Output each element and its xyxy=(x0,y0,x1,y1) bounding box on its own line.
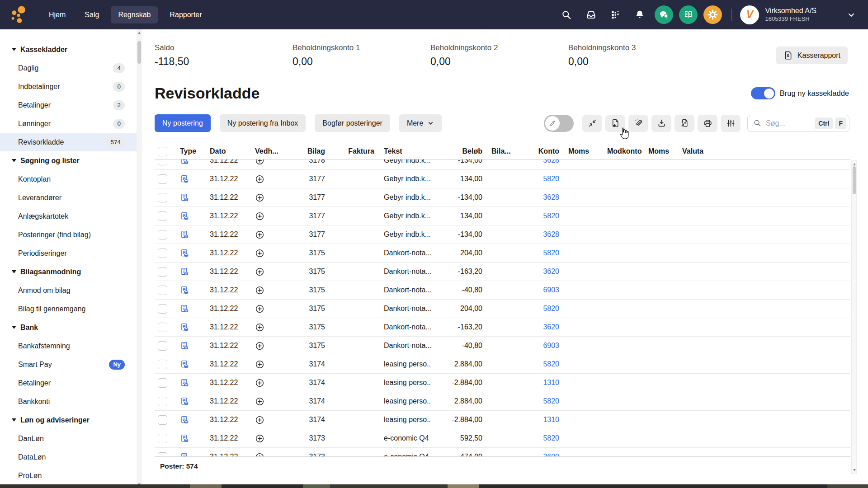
checkbox[interactable] xyxy=(158,174,167,184)
checkbox[interactable] xyxy=(158,415,167,425)
row-select-checkbox[interactable] xyxy=(155,286,175,295)
attach-paperclip-icon[interactable] xyxy=(628,115,648,132)
row-select-checkbox[interactable] xyxy=(155,378,175,388)
row-select-checkbox[interactable] xyxy=(155,452,175,457)
account-link[interactable]: 5820 xyxy=(537,305,561,313)
nav-hjem[interactable]: Hjem xyxy=(42,6,73,23)
row-select-checkbox[interactable] xyxy=(155,230,175,239)
checkbox[interactable] xyxy=(158,323,167,332)
table-row[interactable]: 31.12.223177Gebyr indb.k...-134,003628 xyxy=(155,188,850,207)
checkbox[interactable] xyxy=(158,397,167,406)
export-document-icon[interactable] xyxy=(675,115,694,132)
account-link[interactable]: 5820 xyxy=(537,175,561,183)
checkbox[interactable] xyxy=(158,230,167,239)
account-link[interactable]: 3628 xyxy=(537,193,561,202)
new-cashbook-toggle[interactable] xyxy=(751,87,775,99)
account-link[interactable]: 3620 xyxy=(537,323,561,331)
sidebar-item-smart-pay[interactable]: Smart PayNy xyxy=(0,355,137,374)
add-attachment-icon[interactable] xyxy=(245,174,299,184)
add-attachment-icon[interactable] xyxy=(245,286,299,295)
sidebar-item-betalinger[interactable]: Betalinger2 xyxy=(0,96,137,114)
company-avatar[interactable]: V xyxy=(740,5,759,24)
row-select-checkbox[interactable] xyxy=(155,415,175,425)
table-row[interactable]: 31.12.223178Gebyr indb.k...-134,003628 xyxy=(155,160,850,170)
account-link[interactable]: 3628 xyxy=(537,230,561,239)
more-button[interactable]: Mere xyxy=(399,114,442,132)
table-row[interactable]: 31.12.223174leasing perso...-2.884,00131… xyxy=(155,374,850,392)
add-attachment-icon[interactable] xyxy=(245,415,299,425)
download-icon[interactable] xyxy=(651,115,671,132)
table-row[interactable]: 31.12.223175Dankort-nota...-40,806903 xyxy=(155,337,850,355)
sidebar-group-bilagsanmodning[interactable]: Bilagsanmodning xyxy=(0,263,137,281)
notifications-bell-icon[interactable] xyxy=(631,6,649,24)
add-attachment-icon[interactable] xyxy=(245,360,299,369)
sidebar-item-l-nninger[interactable]: Lønninger0 xyxy=(0,114,137,133)
add-attachment-icon[interactable] xyxy=(245,249,299,258)
support-chat-icon[interactable] xyxy=(655,5,673,24)
row-select-checkbox[interactable] xyxy=(155,434,175,443)
add-attachment-icon[interactable] xyxy=(245,211,299,221)
sidebar-item-daglig[interactable]: Daglig4 xyxy=(0,59,137,77)
company-info[interactable]: Virksomhed A/S 1605339 FRESH xyxy=(765,6,816,23)
table-row[interactable]: 31.12.223174leasing perso...-2.884,00131… xyxy=(155,411,850,429)
add-attachment-icon[interactable] xyxy=(245,193,299,202)
account-menu-chevron-down-icon[interactable] xyxy=(846,10,856,20)
sidebar-group-l-n-og-adviseringer[interactable]: Løn og adviseringer xyxy=(0,411,137,429)
add-attachment-icon[interactable] xyxy=(245,304,299,314)
header-select-all-checkbox[interactable] xyxy=(155,147,175,156)
new-document-icon[interactable] xyxy=(605,115,625,132)
table-row[interactable]: 31.12.223174leasing perso...2.884,005820 xyxy=(155,392,850,411)
checkbox[interactable] xyxy=(158,249,167,258)
table-row[interactable]: 31.12.223175Dankort-nota...-163,203620 xyxy=(155,318,850,337)
table-row[interactable]: 31.12.223175Dankort-nota...-163,203620 xyxy=(155,263,850,281)
row-select-checkbox[interactable] xyxy=(155,174,175,184)
table-row[interactable]: 31.12.223173e-conomic Q4-474,003600 xyxy=(155,448,850,456)
checkbox[interactable] xyxy=(158,304,167,314)
help-book-icon[interactable] xyxy=(679,5,698,24)
row-select-checkbox[interactable] xyxy=(155,323,175,332)
row-select-checkbox[interactable] xyxy=(155,304,175,314)
checkbox[interactable] xyxy=(158,341,167,351)
sidebar-item-anl-gskartotek[interactable]: Anlægskartotek xyxy=(0,207,137,225)
sidebar-group-s-gning-og-lister[interactable]: Søgning og lister xyxy=(0,151,137,170)
sidebar-item-bilag-til-gennemgang[interactable]: Bilag til gennemgang xyxy=(0,300,137,318)
row-select-checkbox[interactable] xyxy=(155,360,175,369)
checkbox[interactable] xyxy=(158,452,167,457)
print-icon[interactable] xyxy=(698,115,717,132)
row-select-checkbox[interactable] xyxy=(155,193,175,202)
column-settings-icon[interactable] xyxy=(721,115,741,132)
sidebar-item-betalinger[interactable]: Betalinger xyxy=(0,374,137,392)
sidebar-group-kassekladder[interactable]: Kassekladder xyxy=(0,40,137,59)
edit-mode-toggle[interactable] xyxy=(544,115,574,132)
sidebar-item-revisorkladde[interactable]: Revisorkladde574 xyxy=(0,133,137,151)
kasserapport-button[interactable]: $ Kasserapport xyxy=(776,47,848,64)
collapse-icon[interactable] xyxy=(582,115,602,132)
table-row[interactable]: 31.12.223175Dankort-nota...204,005820 xyxy=(155,300,850,318)
scroll-up-arrow-icon[interactable] xyxy=(853,163,856,165)
search-icon[interactable] xyxy=(557,6,576,24)
row-select-checkbox[interactable] xyxy=(155,397,175,406)
table-search-input[interactable]: Søg... Ctrl F xyxy=(747,115,849,132)
checkbox[interactable] xyxy=(158,147,167,156)
sidebar-item-kontoplan[interactable]: Kontoplan xyxy=(0,170,137,188)
table-row[interactable]: 31.12.223177Gebyr indb.k...-134,003628 xyxy=(155,225,850,244)
nav-rapporter[interactable]: Rapporter xyxy=(162,6,209,23)
checkbox[interactable] xyxy=(158,193,167,202)
account-link[interactable]: 3620 xyxy=(537,267,561,276)
nav-salg[interactable]: Salg xyxy=(77,6,106,23)
account-link[interactable]: 5820 xyxy=(537,360,561,368)
checkbox[interactable] xyxy=(158,360,167,369)
table-row[interactable]: 31.12.223177Gebyr indb.k...134,005820 xyxy=(155,207,850,225)
scroll-down-arrow-icon[interactable] xyxy=(853,469,856,471)
settings-gear-icon[interactable] xyxy=(703,5,722,24)
add-attachment-icon[interactable] xyxy=(245,452,299,457)
account-link[interactable]: 1310 xyxy=(537,416,561,424)
checkbox[interactable] xyxy=(158,434,167,443)
add-attachment-icon[interactable] xyxy=(245,341,299,351)
sidebar-item-anmod-om-bilag[interactable]: Anmod om bilag xyxy=(0,281,137,300)
sidebar-item-bankkonti[interactable]: Bankkonti xyxy=(0,392,137,411)
sidebar-scrollbar-thumb[interactable] xyxy=(137,41,141,64)
table-scrollbar-thumb[interactable] xyxy=(853,166,856,194)
post-entries-button[interactable]: Bogfør posteringer xyxy=(315,114,390,132)
table-row[interactable]: 31.12.223175Dankort-nota...-40,806903 xyxy=(155,281,850,300)
